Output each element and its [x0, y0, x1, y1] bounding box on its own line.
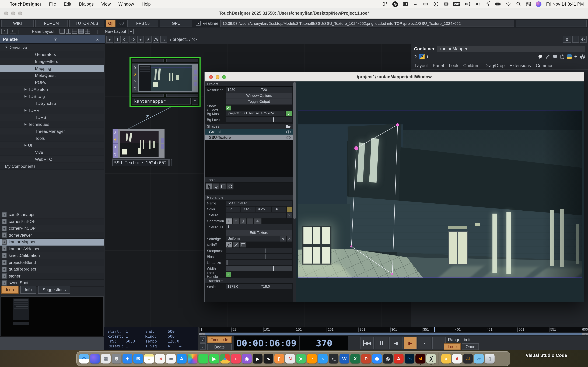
palette-tab-info[interactable]: Info: [20, 286, 36, 294]
control-center-icon[interactable]: [526, 1, 531, 7]
param-tab-drag-drop[interactable]: Drag/Drop: [484, 63, 504, 68]
node-add-button[interactable]: ✦: [192, 98, 198, 105]
palette-tree-item-ui[interactable]: ▶UI: [0, 142, 104, 149]
g-app-icon[interactable]: G: [392, 1, 398, 7]
pause-button[interactable]: [375, 337, 388, 349]
palette-tab-suggestions[interactable]: Suggestions: [38, 286, 70, 294]
tools-section-header[interactable]: Tools: [205, 177, 293, 183]
layout-split-horizontal-icon[interactable]: [72, 29, 77, 33]
chevron-right-icon[interactable]: ▶: [25, 95, 28, 98]
timeline-info-value[interactable]: 4 4: [168, 344, 182, 349]
quad-handle[interactable]: [391, 273, 394, 275]
shape-name-field[interactable]: SSU-Texture: [226, 201, 292, 206]
siri-icon[interactable]: [536, 1, 542, 7]
freeform-tool-button[interactable]: [227, 184, 233, 189]
orientation-mirror-button[interactable]: FF: [254, 218, 261, 224]
rectangle-section-header[interactable]: Rectangle: [205, 195, 293, 200]
dock-icon-safari[interactable]: ✦: [122, 354, 132, 364]
menu-item-window[interactable]: Window: [119, 1, 134, 7]
quad-handle[interactable]: [350, 245, 353, 248]
dock-icon-obs[interactable]: ◎: [383, 354, 393, 364]
dock-icon-vscode[interactable]: ‹›: [318, 354, 328, 364]
zoom-window-button[interactable]: [18, 12, 22, 15]
forum-button[interactable]: FORUM: [35, 20, 68, 27]
add-parameter-icon[interactable]: +: [574, 53, 578, 60]
layout-single-icon[interactable]: [59, 29, 65, 33]
dock-icon-calendar[interactable]: 14: [155, 354, 165, 364]
node-output-slot[interactable]: [132, 94, 164, 97]
palette-tree-item-derivative[interactable]: ▼Derivative: [0, 44, 104, 51]
palette-tree-item-tdbitwig[interactable]: ▶TDBitwig: [0, 93, 104, 100]
bg-level-slider[interactable]: [226, 117, 292, 122]
dock-icon-illustrator[interactable]: Ai: [415, 354, 425, 364]
palette-component-camschnappr[interactable]: ◈camSchnappr: [0, 211, 104, 218]
dock-icon-ai-document[interactable]: Ai: [463, 354, 473, 364]
realtime-toggle[interactable]: x Realtime: [196, 21, 218, 25]
bypass-flag-icon[interactable]: ⚡: [132, 71, 138, 78]
dock-icon-facetime[interactable]: ▶: [209, 354, 219, 364]
dock-icon-maps[interactable]: ➤: [296, 354, 306, 364]
dock-icon-podcasts[interactable]: ◉: [242, 354, 252, 364]
softedge-dropdown-arrow[interactable]: ∨: [280, 236, 286, 242]
rolloff-linear-button[interactable]: [233, 242, 239, 248]
rectangle-tool-button[interactable]: [220, 184, 226, 189]
dock-icon-photos[interactable]: [188, 354, 197, 364]
node-ssu-texture[interactable]: ◎ ⚡ ➜ ☉: [112, 129, 165, 159]
palette-tree-item-threadmanager[interactable]: ThreadManager: [0, 128, 104, 135]
show-guides-checkbox[interactable]: ✓: [226, 105, 231, 110]
dock-pane-icon[interactable]: ⇓: [10, 29, 16, 34]
dock-icon-excel[interactable]: X: [350, 354, 360, 364]
color-component-field-1[interactable]: 0.452: [241, 207, 256, 212]
shapes-section-header[interactable]: Shapes: [205, 124, 293, 129]
softedge-dropdown[interactable]: Uniform: [226, 236, 280, 242]
quad-handle[interactable]: [396, 123, 399, 126]
palette-tree-item-tdableton[interactable]: ▶TDAbleton: [0, 86, 104, 93]
palette-tree-item-tdsynchro[interactable]: TDSynchro: [0, 100, 104, 107]
scale-x-field[interactable]: 1278.0: [226, 284, 259, 289]
chevron-right-icon[interactable]: ▶: [25, 123, 28, 126]
palette-tree-item-generators[interactable]: Generators: [0, 51, 104, 58]
palette-tree-item-tools[interactable]: Tools: [0, 135, 104, 142]
viewer-flag-icon[interactable]: ◎: [113, 129, 118, 136]
gpu-button[interactable]: GPU: [160, 20, 192, 27]
menubar-clock[interactable]: Fri Nov 14 3:41 PM: [546, 1, 584, 7]
dock-icon-chrome[interactable]: ●: [220, 354, 230, 364]
palette-component-kinectcalibration[interactable]: ◈kinectCalibration: [0, 252, 104, 259]
close-window-button[interactable]: [4, 12, 8, 15]
dock-icon-reminders[interactable]: ≔: [166, 354, 176, 364]
visibility-eye-icon[interactable]: [286, 130, 291, 133]
lock-handle-checkbox[interactable]: ✓: [226, 272, 231, 277]
orientation-rotate270-button[interactable]: F: [247, 218, 253, 224]
integer-mode-button[interactable]: I: [200, 343, 206, 350]
dock-icon-acrobat[interactable]: A: [394, 354, 404, 364]
edit-window-titlebar[interactable]: /project1/kantanMapper/editWindow: [205, 72, 584, 82]
menu-item-help[interactable]: Help: [142, 1, 151, 7]
timeline-ruler[interactable]: 151101151201251301351401451501551600: [199, 327, 588, 332]
new-layout-add-button[interactable]: +: [128, 28, 134, 34]
texture-clear-button[interactable]: ✕: [287, 213, 292, 218]
dock-icon-powerpoint[interactable]: P: [361, 354, 371, 364]
dock-icon-stocks[interactable]: ∿: [264, 354, 273, 364]
bg-mask-confirm-button[interactable]: ✓: [286, 111, 292, 117]
bypass-flag-icon[interactable]: ⚡: [113, 136, 118, 144]
visibility-eye-icon[interactable]: [286, 136, 291, 139]
jump-to-start-button[interactable]: ◀◀: [361, 337, 374, 349]
menu-item-touchdesigner[interactable]: TouchDesigner: [10, 1, 41, 7]
layout-quad-icon[interactable]: [85, 29, 90, 33]
param-tab-panel[interactable]: Panel: [433, 63, 444, 68]
node-input-slot[interactable]: [166, 59, 198, 62]
palette-tree-item-techniques[interactable]: ▶Techniques: [0, 121, 104, 128]
close-window-button[interactable]: [209, 75, 213, 79]
palette-component-kantanmapper[interactable]: ◈kantanMapper: [0, 239, 104, 246]
palette-tree-item-my-components[interactable]: My Components: [0, 163, 104, 170]
lock-flag-icon[interactable]: ✕: [132, 78, 138, 85]
add-node-icon[interactable]: +: [137, 36, 144, 43]
forward-arrow-icon[interactable]: [130, 36, 136, 43]
dock-icon-touchdesigner[interactable]: ╳: [426, 354, 436, 364]
palette-component-projectorblend[interactable]: ◈projectorBlend: [0, 259, 104, 266]
gear-target-icon[interactable]: [580, 54, 585, 59]
clipboard-icon[interactable]: [560, 54, 564, 59]
palette-component-quadreproject[interactable]: ◈quadReproject: [0, 266, 104, 273]
shape-list-empty-area[interactable]: [205, 140, 293, 177]
palette-tab-icon[interactable]: Icon: [1, 286, 18, 294]
